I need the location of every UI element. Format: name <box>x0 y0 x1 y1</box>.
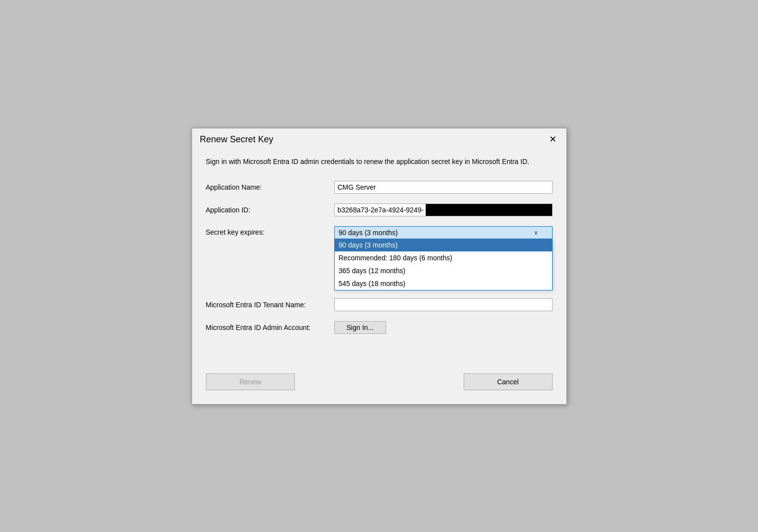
form-section: Application Name: Application ID: b3268a… <box>206 181 553 344</box>
description-text: Sign in with Microsoft Entra ID admin cr… <box>206 157 542 167</box>
cancel-button[interactable]: Cancel <box>464 373 553 390</box>
tenant-row: Microsoft Entra ID Tenant Name: <box>206 298 553 311</box>
dropdown-selected-text: 90 days (3 months) <box>339 229 398 237</box>
dropdown-selected[interactable]: 90 days (3 months) ∨ <box>334 226 553 239</box>
admin-label: Microsoft Entra ID Admin Account: <box>206 324 334 331</box>
secret-key-row: Secret key expires: 90 days (3 months) ∨… <box>206 226 553 239</box>
tenant-label: Microsoft Entra ID Tenant Name: <box>206 301 334 309</box>
admin-row: Microsoft Entra ID Admin Account: Sign I… <box>206 321 553 334</box>
close-button[interactable]: ✕ <box>547 135 559 144</box>
dropdown-option-545days[interactable]: 545 days (18 months) <box>335 277 552 290</box>
dialog-title: Renew Secret Key <box>200 134 274 145</box>
app-name-label: Application Name: <box>206 183 334 191</box>
app-name-input[interactable] <box>334 181 553 194</box>
app-id-row: Application ID: b3268a73-2e7a-4924-9249- <box>206 204 553 216</box>
title-bar: Renew Secret Key ✕ <box>192 128 566 149</box>
sign-in-button[interactable]: Sign In... <box>334 321 386 334</box>
app-id-redacted <box>426 204 552 216</box>
app-id-label: Application ID: <box>206 206 334 214</box>
button-bar: Renew Cancel <box>192 364 566 404</box>
tenant-input[interactable] <box>334 298 553 311</box>
app-id-container: b3268a73-2e7a-4924-9249- <box>334 204 553 216</box>
dropdown-option-90days[interactable]: 90 days (3 months) <box>335 239 552 251</box>
dropdown-menu: 90 days (3 months) Recommended: 180 days… <box>334 239 553 290</box>
dialog-content: Sign in with Microsoft Entra ID admin cr… <box>192 149 566 364</box>
secret-key-label: Secret key expires: <box>206 226 334 236</box>
chevron-down-icon: ∨ <box>534 229 538 236</box>
dropdown-option-365days[interactable]: 365 days (12 months) <box>335 264 552 277</box>
app-id-text: b3268a73-2e7a-4924-9249- <box>335 205 426 215</box>
renew-button[interactable]: Renew <box>206 373 295 390</box>
renew-secret-key-dialog: Renew Secret Key ✕ Sign in with Microsof… <box>192 128 567 405</box>
dropdown-wrapper: 90 days (3 months) ∨ 90 days (3 months) … <box>334 226 553 239</box>
dropdown-option-180days[interactable]: Recommended: 180 days (6 months) <box>335 251 552 264</box>
app-name-row: Application Name: <box>206 181 553 194</box>
